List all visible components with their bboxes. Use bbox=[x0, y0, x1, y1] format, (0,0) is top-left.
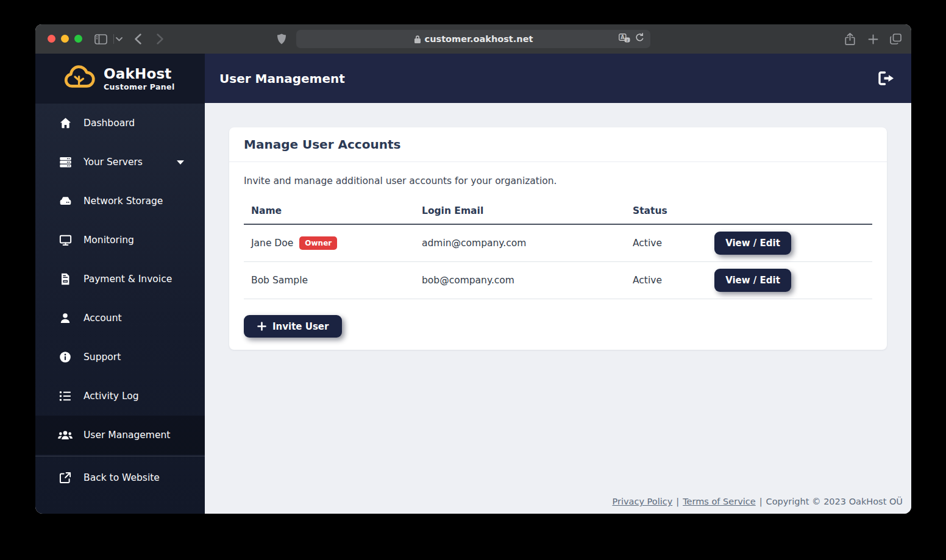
card-body: Invite and manage additional user accoun… bbox=[229, 162, 887, 350]
page-header: User Management bbox=[205, 54, 911, 103]
user-email: bob@company.com bbox=[422, 262, 633, 299]
browser-window: customer.oakhost.net Az bbox=[35, 24, 911, 514]
sidebar-item-label: Payment & Invoice bbox=[84, 274, 172, 285]
sidebar-item-user-management[interactable]: User Management bbox=[35, 416, 205, 455]
monitor-icon bbox=[57, 233, 73, 247]
footer-separator: | bbox=[759, 497, 763, 506]
table-header-row: Name Login Email Status bbox=[244, 200, 872, 224]
external-link-icon bbox=[57, 471, 73, 484]
translate-icon[interactable]: Az bbox=[619, 34, 630, 45]
sidebar-item-label: Back to Website bbox=[84, 472, 160, 483]
forward-icon bbox=[151, 24, 168, 54]
sidebar-item-label: Monitoring bbox=[84, 235, 134, 246]
table-row: Jane DoeOwner admin@company.com Active V… bbox=[244, 224, 872, 262]
sidebar-item-monitoring[interactable]: Monitoring bbox=[35, 221, 205, 260]
user-name: Jane Doe bbox=[251, 238, 293, 249]
brand-subtitle: Customer Panel bbox=[104, 82, 175, 91]
oakhost-cloud-logo-icon bbox=[62, 63, 96, 94]
card-header: Manage User Accounts bbox=[229, 127, 887, 162]
view-edit-button[interactable]: View / Edit bbox=[714, 269, 791, 292]
caret-down-icon bbox=[176, 160, 185, 165]
sidebar-item-support[interactable]: Support bbox=[35, 338, 205, 377]
sidebar-item-label: Activity Log bbox=[84, 391, 139, 402]
copyright-text: Copyright © 2023 OakHost OÜ bbox=[766, 497, 903, 506]
sidebar-item-label: Dashboard bbox=[84, 118, 135, 129]
close-window-button[interactable] bbox=[48, 35, 55, 43]
invoice-icon bbox=[57, 272, 73, 286]
column-header-name: Name bbox=[244, 200, 422, 224]
users-icon bbox=[57, 429, 73, 441]
chevron-down-icon[interactable] bbox=[112, 24, 126, 54]
reload-icon[interactable] bbox=[635, 33, 644, 45]
sidebar-item-network-storage[interactable]: Network Storage bbox=[35, 182, 205, 221]
user-email: admin@company.com bbox=[422, 224, 633, 262]
url-text: customer.oakhost.net bbox=[425, 34, 533, 44]
sidebar-item-label: Your Servers bbox=[84, 157, 143, 168]
status-text: Active bbox=[633, 262, 714, 299]
info-circle-icon bbox=[57, 350, 73, 364]
legal-footer: Privacy Policy|Terms of Service|Copyrigh… bbox=[612, 497, 903, 506]
sidebar-item-label: Network Storage bbox=[84, 196, 163, 207]
new-tab-icon[interactable] bbox=[864, 24, 881, 54]
sidebar-item-account[interactable]: Account bbox=[35, 299, 205, 338]
home-icon bbox=[57, 116, 73, 130]
server-icon bbox=[57, 155, 73, 169]
lock-icon bbox=[414, 35, 421, 44]
tab-overview-icon[interactable] bbox=[886, 24, 905, 54]
sidebar-item-back-to-website[interactable]: Back to Website bbox=[35, 458, 205, 497]
table-row: Bob Sample bob@company.com Active View /… bbox=[244, 262, 872, 299]
manage-users-card: Manage User Accounts Invite and manage a… bbox=[229, 127, 887, 350]
sidebar-toggle-icon[interactable] bbox=[91, 24, 110, 54]
svg-text:z: z bbox=[626, 37, 628, 41]
sidebar-item-dashboard[interactable]: Dashboard bbox=[35, 104, 205, 143]
svg-text:A: A bbox=[621, 35, 625, 40]
content-area: Manage User Accounts Invite and manage a… bbox=[205, 103, 911, 514]
brand-logo[interactable]: OakHost Customer Panel bbox=[35, 54, 205, 104]
footer-separator: | bbox=[676, 497, 679, 506]
sidebar-item-label: User Management bbox=[84, 430, 170, 441]
sidebar-item-label: Account bbox=[84, 313, 122, 324]
column-header-status: Status bbox=[633, 200, 714, 224]
sidebar-item-label: Support bbox=[84, 352, 121, 363]
brand-name: OakHost bbox=[104, 66, 175, 81]
minimize-window-button[interactable] bbox=[61, 35, 69, 43]
status-text: Active bbox=[633, 224, 714, 262]
sidebar-item-your-servers[interactable]: Your Servers bbox=[35, 143, 205, 182]
user-accounts-table: Name Login Email Status Jane DoeOwner bbox=[244, 200, 872, 299]
address-bar[interactable]: customer.oakhost.net Az bbox=[296, 30, 650, 48]
zoom-window-button[interactable] bbox=[74, 35, 82, 43]
share-icon[interactable] bbox=[841, 24, 858, 54]
privacy-policy-link[interactable]: Privacy Policy bbox=[612, 497, 672, 506]
column-header-login-email: Login Email bbox=[422, 200, 633, 224]
logout-button[interactable] bbox=[877, 71, 895, 86]
sidebar: OakHost Customer Panel Dashboard Your Se… bbox=[35, 54, 205, 514]
column-header-actions bbox=[714, 200, 872, 224]
user-icon bbox=[57, 311, 73, 325]
page-title: User Management bbox=[219, 71, 345, 86]
window-controls bbox=[48, 35, 82, 43]
terms-of-service-link[interactable]: Terms of Service bbox=[683, 497, 755, 506]
card-title: Manage User Accounts bbox=[244, 137, 872, 152]
invite-user-label: Invite User bbox=[272, 321, 329, 332]
plus-icon bbox=[257, 322, 266, 331]
invite-user-button[interactable]: Invite User bbox=[244, 315, 342, 338]
sidebar-item-payment-invoice[interactable]: Payment & Invoice bbox=[35, 260, 205, 299]
sidebar-footer: Back to Website bbox=[35, 456, 205, 514]
card-description: Invite and manage additional user accoun… bbox=[244, 175, 872, 186]
back-icon[interactable] bbox=[129, 24, 146, 54]
sidebar-nav: Dashboard Your Servers Network Storag bbox=[35, 104, 205, 456]
list-icon bbox=[57, 390, 73, 402]
view-edit-button[interactable]: View / Edit bbox=[714, 232, 791, 255]
storage-drive-icon bbox=[57, 194, 73, 208]
sign-out-icon bbox=[877, 71, 895, 86]
browser-toolbar: customer.oakhost.net Az bbox=[35, 24, 911, 54]
user-name: Bob Sample bbox=[251, 275, 308, 286]
sidebar-item-activity-log[interactable]: Activity Log bbox=[35, 377, 205, 416]
owner-badge: Owner bbox=[299, 236, 337, 250]
shield-privacy-icon[interactable] bbox=[274, 24, 289, 54]
